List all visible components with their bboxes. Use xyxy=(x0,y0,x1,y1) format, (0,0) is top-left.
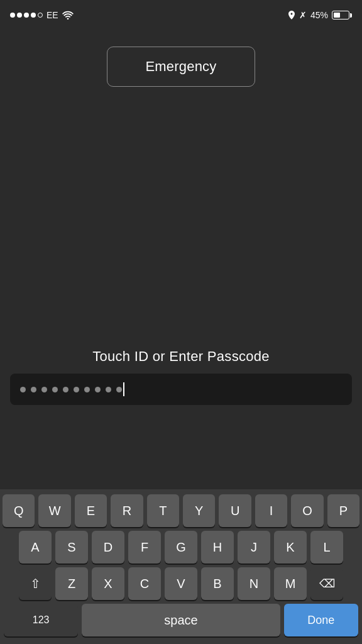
numbers-key[interactable]: 123 xyxy=(4,604,78,636)
dot-7 xyxy=(84,387,90,392)
key-z[interactable]: Z xyxy=(55,567,88,600)
bluetooth-icon: ✗ xyxy=(299,10,307,20)
passcode-dots xyxy=(20,387,122,392)
key-b[interactable]: B xyxy=(201,567,234,600)
key-p[interactable]: P xyxy=(327,494,359,527)
key-i[interactable]: I xyxy=(255,494,287,527)
status-right: ✗ 45% xyxy=(288,10,352,20)
signal-dot-5 xyxy=(38,13,43,18)
key-o[interactable]: O xyxy=(291,494,323,527)
dot-3 xyxy=(41,387,47,392)
keyboard-row-1: Q W E R T Y U I O P xyxy=(3,494,359,527)
key-a[interactable]: A xyxy=(19,531,52,564)
keyboard-row-3: ⇧ Z X C V B N M ⌫ xyxy=(3,567,359,600)
passcode-cursor xyxy=(123,382,124,396)
key-q[interactable]: Q xyxy=(3,494,35,527)
dot-2 xyxy=(31,387,36,392)
keyboard: Q W E R T Y U I O P A S D F G H J K L ⇧ … xyxy=(0,489,362,644)
signal-dot-1 xyxy=(10,13,15,18)
key-j[interactable]: J xyxy=(238,531,270,564)
key-k[interactable]: K xyxy=(274,531,307,564)
dot-6 xyxy=(74,387,79,392)
space-key[interactable]: space xyxy=(82,604,280,636)
dot-4 xyxy=(52,387,58,392)
status-left: EE xyxy=(10,10,74,20)
keyboard-bottom-row: 123 space Done xyxy=(3,604,359,636)
battery-fill xyxy=(334,13,340,18)
passcode-section: Touch ID or Enter Passcode xyxy=(0,348,362,405)
key-t[interactable]: T xyxy=(147,494,179,527)
wifi-icon xyxy=(62,11,74,19)
dot-8 xyxy=(95,387,101,392)
key-e[interactable]: E xyxy=(75,494,107,527)
dot-10 xyxy=(116,387,122,392)
signal-strength xyxy=(10,13,43,18)
backspace-key[interactable]: ⌫ xyxy=(310,567,343,600)
backspace-icon: ⌫ xyxy=(319,577,335,591)
signal-dot-3 xyxy=(24,13,29,18)
battery-tip xyxy=(350,13,352,18)
emergency-button[interactable]: Emergency xyxy=(107,47,255,87)
key-x[interactable]: X xyxy=(92,567,124,600)
status-bar: EE ✗ 45% xyxy=(0,0,362,28)
battery-indicator xyxy=(332,11,352,19)
key-n[interactable]: N xyxy=(238,567,270,600)
signal-dot-2 xyxy=(17,13,22,18)
battery-percent: 45% xyxy=(310,10,328,20)
dot-1 xyxy=(20,387,26,392)
key-v[interactable]: V xyxy=(165,567,197,600)
signal-dot-4 xyxy=(31,13,36,18)
key-c[interactable]: C xyxy=(128,567,161,600)
key-h[interactable]: H xyxy=(201,531,234,564)
dot-9 xyxy=(106,387,111,392)
done-key[interactable]: Done xyxy=(284,604,358,636)
location-icon xyxy=(288,11,295,19)
carrier-label: EE xyxy=(47,10,58,20)
key-d[interactable]: D xyxy=(92,531,124,564)
passcode-input[interactable] xyxy=(10,374,352,405)
key-r[interactable]: R xyxy=(111,494,143,527)
key-f[interactable]: F xyxy=(128,531,161,564)
dot-5 xyxy=(63,387,69,392)
key-s[interactable]: S xyxy=(55,531,88,564)
keyboard-row-2: A S D F G H J K L xyxy=(3,531,359,564)
key-y[interactable]: Y xyxy=(183,494,215,527)
shift-key[interactable]: ⇧ xyxy=(19,567,52,600)
key-m[interactable]: M xyxy=(274,567,307,600)
key-w[interactable]: W xyxy=(38,494,70,527)
battery-body xyxy=(332,11,349,19)
passcode-label: Touch ID or Enter Passcode xyxy=(92,348,270,365)
key-l[interactable]: L xyxy=(310,531,343,564)
key-u[interactable]: U xyxy=(219,494,251,527)
key-g[interactable]: G xyxy=(165,531,197,564)
main-content: Emergency xyxy=(0,28,362,87)
